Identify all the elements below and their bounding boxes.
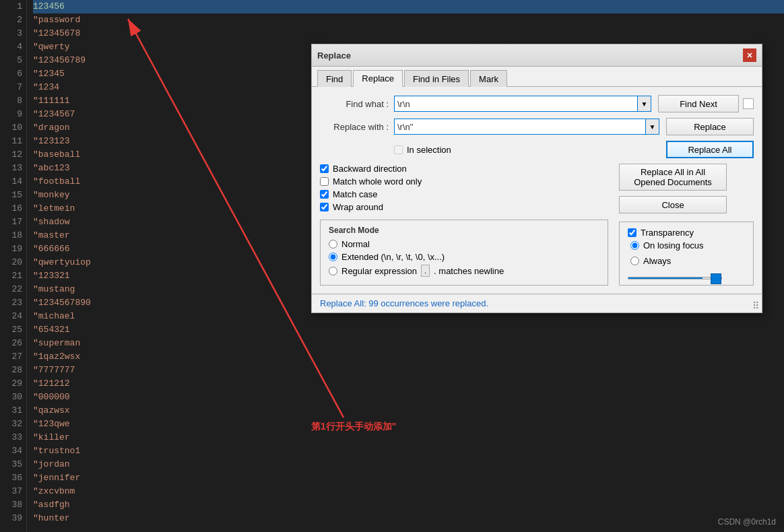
wrap-around-checkbox[interactable]: [320, 203, 329, 211]
code-line[interactable]: "1qaz2wsx: [33, 350, 784, 364]
code-text: "666666: [33, 242, 70, 256]
code-line[interactable]: "7777777: [33, 364, 784, 377]
code-text: "12345678: [33, 27, 80, 40]
transparency-checkbox[interactable]: [628, 228, 636, 237]
code-line[interactable]: "654321: [33, 323, 784, 337]
match-case-row[interactable]: Match case: [320, 189, 608, 199]
dialog-close-button[interactable]: ×: [743, 48, 756, 62]
code-line[interactable]: "jordan: [33, 458, 784, 471]
replace-button[interactable]: Replace: [666, 118, 754, 135]
dot-label: .: [424, 267, 426, 275]
find-next-row: Find Next: [658, 95, 754, 112]
line-number: 34: [0, 444, 22, 458]
tab-replace[interactable]: Replace: [353, 70, 403, 87]
find-next-button[interactable]: Find Next: [658, 95, 739, 112]
match-case-checkbox[interactable]: [320, 190, 329, 199]
line-number: 25: [0, 323, 22, 337]
slider-thumb[interactable]: [711, 273, 721, 284]
line-number: 38: [0, 498, 22, 512]
code-line[interactable]: "jennifer: [33, 471, 784, 485]
radio-on-losing-focus-input[interactable]: [630, 241, 639, 250]
slider-track: [628, 277, 722, 279]
code-text: "abc123: [33, 162, 70, 175]
tab-find[interactable]: Find: [317, 70, 352, 87]
code-text: "1234567: [33, 108, 75, 121]
find-input-wrap: ▼: [394, 96, 651, 112]
replace-with-input[interactable]: [394, 119, 646, 135]
backward-direction-row[interactable]: Backward direction: [320, 164, 608, 174]
match-whole-word-row[interactable]: Match whole word only: [320, 176, 608, 187]
code-line[interactable]: "000000: [33, 391, 784, 404]
code-line[interactable]: "asdfgh: [33, 498, 784, 512]
replace-with-dropdown[interactable]: ▼: [646, 119, 659, 135]
radio-normal[interactable]: Normal: [329, 239, 599, 249]
matches-newline-button[interactable]: .: [421, 265, 430, 277]
radio-regex[interactable]: Regular expression: [329, 266, 417, 276]
wrap-around-label: Wrap around: [333, 202, 383, 212]
find-what-dropdown[interactable]: ▼: [638, 96, 651, 112]
radio-regex-label: Regular expression: [341, 266, 417, 276]
radio-regex-input[interactable]: [329, 267, 337, 275]
radio-normal-input[interactable]: [329, 240, 337, 248]
in-selection-checkbox[interactable]: [394, 145, 403, 154]
radio-always-input[interactable]: [630, 257, 639, 265]
transparency-label: Transparency: [641, 228, 694, 238]
code-text: "7777777: [33, 364, 75, 377]
tab-find-in-files[interactable]: Find in Files: [404, 70, 469, 87]
tab-mark[interactable]: Mark: [470, 70, 507, 87]
code-text: "trustno1: [33, 444, 80, 458]
backward-direction-checkbox[interactable]: [320, 164, 329, 173]
line-number: 11: [0, 135, 22, 148]
in-selection-label: In selection: [407, 145, 451, 155]
code-text: "123123: [33, 135, 70, 148]
line-number: 39: [0, 512, 22, 525]
line-number: 2: [0, 13, 22, 27]
find-what-input[interactable]: [394, 96, 638, 112]
replace-input-wrap: ▼: [394, 119, 659, 135]
code-text: "mustang: [33, 283, 75, 296]
code-line[interactable]: "12345678: [33, 27, 784, 40]
code-line[interactable]: "password: [33, 13, 784, 27]
line-number: 32: [0, 418, 22, 431]
backward-direction-label: Backward direction: [333, 164, 407, 174]
match-whole-word-label: Match whole word only: [333, 176, 422, 187]
options-section: Backward direction Match whole word only…: [320, 164, 754, 286]
find-next-checkbox[interactable]: [743, 98, 754, 109]
replace-dialog[interactable]: Replace × Find Replace Find in Files Mar…: [311, 44, 762, 313]
radio-on-losing-focus-label: On losing focus: [643, 240, 704, 251]
replace-all-opened-button[interactable]: Replace All in All Opened Documents: [619, 164, 727, 191]
find-what-label: Find what :: [320, 99, 394, 109]
code-line[interactable]: "zxcvbnm: [33, 485, 784, 498]
code-text: "password: [33, 13, 80, 27]
line-number: 3: [0, 27, 22, 40]
resize-handle[interactable]: ⠿: [752, 300, 759, 311]
close-button[interactable]: Close: [619, 196, 727, 213]
code-line[interactable]: "121212: [33, 377, 784, 391]
code-line[interactable]: "killer: [33, 431, 784, 444]
code-line[interactable]: "123qwe: [33, 418, 784, 431]
line-number: 6: [0, 67, 22, 81]
annotation-text: 第1行开头手动添加": [311, 421, 396, 433]
code-line[interactable]: "superman: [33, 337, 784, 350]
status-text: Replace All: 99 occurrences were replace…: [320, 298, 488, 308]
replace-all-button[interactable]: Replace All: [666, 141, 754, 158]
line-number: 36: [0, 471, 22, 485]
code-line[interactable]: "hunter: [33, 512, 784, 525]
wrap-around-row[interactable]: Wrap around: [320, 202, 608, 212]
radio-extended-input[interactable]: [329, 253, 337, 261]
radio-on-losing-focus[interactable]: On losing focus: [630, 240, 745, 251]
code-line[interactable]: "trustno1: [33, 444, 784, 458]
dialog-titlebar: Replace ×: [312, 44, 762, 67]
line-number: 29: [0, 377, 22, 391]
radio-extended[interactable]: Extended (\n, \r, \t, \0, \x...): [329, 252, 445, 262]
radio-always[interactable]: Always: [630, 256, 745, 266]
line-number: 24: [0, 310, 22, 323]
code-line[interactable]: "qazwsx: [33, 404, 784, 418]
match-whole-word-checkbox[interactable]: [320, 177, 329, 186]
line-number: 7: [0, 81, 22, 94]
find-what-row: Find what : ▼ Find Next: [320, 95, 754, 112]
code-text: 123456: [33, 0, 65, 13]
code-line[interactable]: 123456: [33, 0, 784, 13]
line-number: 14: [0, 175, 22, 189]
code-text: "michael: [33, 310, 75, 323]
